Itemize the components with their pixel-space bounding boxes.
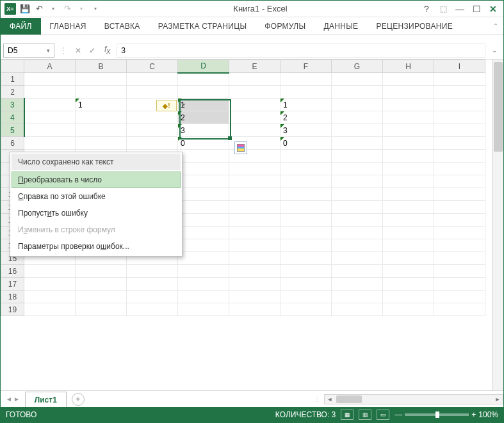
row-header-2[interactable]: 2 [1, 86, 24, 99]
cancel-formula-icon[interactable]: ✕ [72, 46, 84, 55]
row-header-18[interactable]: 18 [1, 291, 24, 303]
cell-I1[interactable] [434, 73, 485, 86]
tab-review[interactable]: РЕЦЕНЗИРОВАНИЕ [367, 18, 462, 35]
cell-H14[interactable] [383, 239, 434, 252]
cell-I6[interactable] [434, 137, 485, 150]
cell-E13[interactable] [229, 227, 280, 239]
cell-G18[interactable] [332, 291, 383, 303]
row-header-1[interactable]: 1 [1, 73, 24, 86]
cell-H13[interactable] [383, 227, 434, 239]
row-header-19[interactable]: 19 [1, 303, 24, 316]
cell-E15[interactable] [229, 252, 280, 265]
cell-I5[interactable] [434, 124, 485, 137]
cell-A4[interactable] [24, 111, 76, 124]
cell-D15[interactable] [178, 252, 229, 265]
tab-splitter[interactable]: ⋮ [314, 395, 320, 403]
close-icon[interactable]: ✕ [485, 3, 501, 15]
cell-E3[interactable] [229, 99, 280, 111]
cell-A18[interactable] [24, 291, 76, 303]
zoom-slider[interactable] [405, 413, 469, 416]
ctx-item-convert[interactable]: Преобразовать в число [12, 172, 181, 188]
cell-H15[interactable] [383, 252, 434, 265]
cell-H6[interactable] [383, 137, 434, 150]
expand-formula-bar-icon[interactable]: ⌄ [488, 47, 501, 54]
save-icon[interactable]: 💾 [20, 4, 30, 14]
cell-I2[interactable] [434, 86, 485, 99]
cell-F10[interactable] [280, 188, 332, 201]
cell-F5[interactable]: 3 [280, 124, 332, 137]
cell-B1[interactable] [76, 73, 127, 86]
cell-F16[interactable] [280, 265, 332, 278]
cell-H7[interactable] [383, 150, 434, 163]
cell-H3[interactable] [383, 99, 434, 111]
cell-A2[interactable] [24, 86, 76, 99]
help-icon[interactable]: ? [419, 3, 434, 15]
cell-F13[interactable] [280, 227, 332, 239]
cell-E11[interactable] [229, 201, 280, 214]
cell-E19[interactable] [229, 303, 280, 316]
row-header-4[interactable]: 4 [1, 111, 24, 124]
ctx-item-ignore[interactable]: Пропустить ошибку [12, 205, 181, 221]
cell-F15[interactable] [280, 252, 332, 265]
row-header-6[interactable]: 6 [1, 137, 24, 150]
minimize-icon[interactable]: — [452, 3, 467, 15]
cell-B5[interactable] [76, 124, 127, 137]
cell-I17[interactable] [434, 278, 485, 291]
maximize-icon[interactable]: ☐ [469, 3, 484, 15]
cell-D1[interactable] [178, 73, 229, 86]
cell-H17[interactable] [383, 278, 434, 291]
cell-F7[interactable] [280, 150, 332, 163]
cell-H8[interactable] [383, 163, 434, 175]
cell-D7[interactable] [178, 150, 229, 163]
cell-D12[interactable] [178, 214, 229, 227]
cell-H12[interactable] [383, 214, 434, 227]
cell-F17[interactable] [280, 278, 332, 291]
cell-D6[interactable]: 0 [178, 137, 229, 150]
cell-G8[interactable] [332, 163, 383, 175]
cell-D14[interactable] [178, 239, 229, 252]
scroll-left-icon[interactable]: ◄ [325, 396, 335, 403]
cell-D4[interactable]: 2 [178, 111, 229, 124]
tab-file[interactable]: ФАЙЛ [1, 18, 41, 35]
cell-F3[interactable]: 1 [280, 99, 332, 111]
cell-B4[interactable] [76, 111, 127, 124]
cell-D13[interactable] [178, 227, 229, 239]
redo-dropdown-icon[interactable]: ▾ [76, 4, 86, 14]
cell-G12[interactable] [332, 214, 383, 227]
cell-H18[interactable] [383, 291, 434, 303]
cell-F2[interactable] [280, 86, 332, 99]
cell-I15[interactable] [434, 252, 485, 265]
cell-I12[interactable] [434, 214, 485, 227]
fx-icon[interactable]: fx [101, 45, 114, 56]
view-page-layout-icon[interactable]: ▥ [359, 410, 371, 420]
cell-H16[interactable] [383, 265, 434, 278]
cell-B17[interactable] [76, 278, 127, 291]
cell-G4[interactable] [332, 111, 383, 124]
cell-H4[interactable] [383, 111, 434, 124]
col-header-A[interactable]: A [24, 60, 76, 73]
horizontal-scrollbar[interactable]: ◄ ► [324, 394, 503, 404]
cell-A19[interactable] [24, 303, 76, 316]
row-header-5[interactable]: 5 [1, 124, 24, 137]
cell-A5[interactable] [24, 124, 76, 137]
ctx-item-options[interactable]: Параметры проверки ошибок... [12, 238, 181, 255]
cell-I11[interactable] [434, 201, 485, 214]
zoom-control[interactable]: — + 100% [394, 410, 498, 419]
hscroll-thumb[interactable] [336, 395, 362, 403]
cell-A6[interactable] [24, 137, 76, 150]
cell-H5[interactable] [383, 124, 434, 137]
cell-C4[interactable] [127, 111, 178, 124]
col-header-H[interactable]: H [383, 60, 434, 73]
cell-I18[interactable] [434, 291, 485, 303]
cell-A3[interactable] [24, 99, 76, 111]
cell-B6[interactable] [76, 137, 127, 150]
cell-D11[interactable] [178, 201, 229, 214]
select-all-corner[interactable] [1, 60, 24, 73]
cell-C19[interactable] [127, 303, 178, 316]
accept-formula-icon[interactable]: ✓ [86, 46, 98, 55]
cell-E5[interactable] [229, 124, 280, 137]
cell-E14[interactable] [229, 239, 280, 252]
cell-E1[interactable] [229, 73, 280, 86]
cell-F9[interactable] [280, 175, 332, 188]
view-page-break-icon[interactable]: ▭ [377, 410, 389, 420]
